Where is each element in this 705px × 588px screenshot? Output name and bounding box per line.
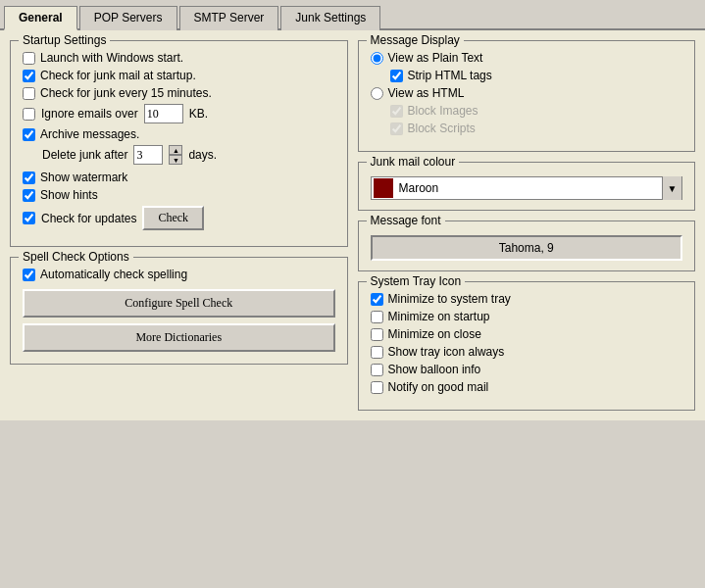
show-watermark-checkbox[interactable] [23,172,35,184]
system-tray-title: System Tray Icon [367,274,466,288]
check-junk-startup-row: Check for junk mail at startup. [23,69,335,82]
check-junk-15min-label: Check for junk every 15 minutes. [40,86,212,100]
ignore-emails-row: Ignore emails over KB. [23,104,335,123]
system-tray-group: System Tray Icon Minimize to system tray… [358,281,696,411]
minimize-on-close-row: Minimize on close [371,327,683,341]
minimize-to-tray-label: Minimize to system tray [388,292,511,306]
message-font-title: Message font [367,214,445,227]
launch-windows-label: Launch with Windows start. [40,51,183,65]
right-panel: Message Display View as Plain Text Strip… [358,40,696,411]
show-balloon-row: Show balloon info [371,363,683,376]
show-watermark-label: Show watermark [40,171,127,184]
archive-messages-label: Archive messages. [40,127,139,141]
tab-bar: General POP Servers SMTP Server Junk Set… [0,0,705,30]
view-html-row: View as HTML [371,86,683,100]
show-tray-always-checkbox[interactable] [371,346,383,359]
archive-messages-checkbox[interactable] [23,128,35,141]
show-hints-row: Show hints [23,188,335,202]
message-display-title: Message Display [367,33,464,47]
spinner-down[interactable]: ▼ [169,155,182,165]
view-html-radio[interactable] [371,87,383,100]
message-display-group: Message Display View as Plain Text Strip… [358,40,696,152]
minimize-on-close-label: Minimize on close [388,327,481,341]
ignore-emails-label2: KB. [189,107,208,121]
strip-html-row: Strip HTML tags [390,69,683,82]
auto-check-spelling-row: Automatically check spelling [23,268,335,281]
junk-colour-title: Junk mail colour [367,155,460,169]
minimize-to-tray-row: Minimize to system tray [371,292,683,306]
block-scripts-label: Block Scripts [408,122,476,135]
block-images-label: Block Images [408,104,478,118]
check-junk-15min-checkbox[interactable] [23,87,35,100]
spell-check-group: Spell Check Options Automatically check … [10,257,348,365]
archive-messages-row: Archive messages. [23,127,335,141]
notify-good-mail-label: Notify on good mail [388,380,489,394]
launch-windows-checkbox[interactable] [23,52,35,65]
main-content: Startup Settings Launch with Windows sta… [0,30,705,420]
minimize-to-tray-checkbox[interactable] [371,293,383,306]
show-watermark-row: Show watermark [23,171,335,184]
configure-spell-check-button[interactable]: Configure Spell Check [23,289,335,318]
launch-windows-row: Launch with Windows start. [23,51,335,65]
startup-settings-group: Startup Settings Launch with Windows sta… [10,40,348,247]
spinner-up[interactable]: ▲ [169,145,182,155]
minimize-on-close-checkbox[interactable] [371,328,383,341]
tab-pop-servers[interactable]: POP Servers [79,6,177,30]
junk-colour-group: Junk mail colour Maroon ▼ [358,162,696,211]
delete-junk-input[interactable] [133,145,163,165]
startup-settings-title: Startup Settings [19,33,110,47]
show-hints-label: Show hints [40,188,98,202]
view-plain-text-label: View as Plain Text [388,51,483,65]
delete-junk-spinner: ▲ ▼ [169,145,182,165]
delete-junk-row: Delete junk after ▲ ▼ days. [42,145,335,165]
delete-junk-label2: days. [188,148,217,162]
check-updates-checkbox[interactable] [23,212,35,224]
block-scripts-row: Block Scripts [390,122,683,135]
spell-check-title: Spell Check Options [19,250,133,264]
tab-smtp-server[interactable]: SMTP Server [179,6,279,30]
tab-general[interactable]: General [4,6,77,30]
check-updates-row: Check for updates Check [23,206,335,230]
more-dictionaries-button[interactable]: More Dictionaries [23,323,335,352]
message-font-group: Message font Tahoma, 9 [358,220,696,271]
ignore-emails-label1: Ignore emails over [41,107,138,121]
show-tray-always-label: Show tray icon always [388,345,505,359]
show-hints-checkbox[interactable] [23,189,35,202]
check-button[interactable]: Check [142,206,204,230]
message-font-display[interactable]: Tahoma, 9 [371,235,683,261]
message-font-value: Tahoma, 9 [499,241,554,255]
notify-good-mail-checkbox[interactable] [371,381,383,394]
show-balloon-checkbox[interactable] [371,364,383,376]
show-balloon-label: Show balloon info [388,363,481,376]
notify-good-mail-row: Notify on good mail [371,380,683,394]
strip-html-label: Strip HTML tags [408,69,492,82]
view-html-label: View as HTML [388,86,465,100]
check-updates-label: Check for updates [41,212,136,225]
view-plain-text-row: View as Plain Text [371,51,683,65]
junk-colour-text: Maroon [395,181,663,195]
junk-colour-dropdown[interactable]: Maroon ▼ [371,176,683,200]
block-images-row: Block Images [390,104,683,118]
left-panel: Startup Settings Launch with Windows sta… [10,40,348,411]
check-junk-startup-checkbox[interactable] [23,70,35,82]
show-tray-always-row: Show tray icon always [371,345,683,359]
check-junk-15min-row: Check for junk every 15 minutes. [23,86,335,100]
auto-check-spelling-label: Automatically check spelling [40,268,187,281]
check-junk-startup-label: Check for junk mail at startup. [40,69,196,82]
ignore-emails-input[interactable] [144,104,183,123]
auto-check-spelling-checkbox[interactable] [23,269,35,281]
minimize-on-startup-checkbox[interactable] [371,311,383,323]
minimize-on-startup-label: Minimize on startup [388,310,490,323]
view-plain-text-radio[interactable] [371,52,383,65]
minimize-on-startup-row: Minimize on startup [371,310,683,323]
ignore-emails-checkbox[interactable] [23,108,35,121]
junk-colour-swatch [374,178,393,198]
strip-html-checkbox[interactable] [390,70,403,82]
junk-colour-arrow[interactable]: ▼ [662,176,681,200]
delete-junk-label1: Delete junk after [42,148,127,162]
block-images-checkbox[interactable] [390,105,403,118]
block-scripts-checkbox[interactable] [390,122,403,135]
tab-junk-settings[interactable]: Junk Settings [280,6,380,30]
